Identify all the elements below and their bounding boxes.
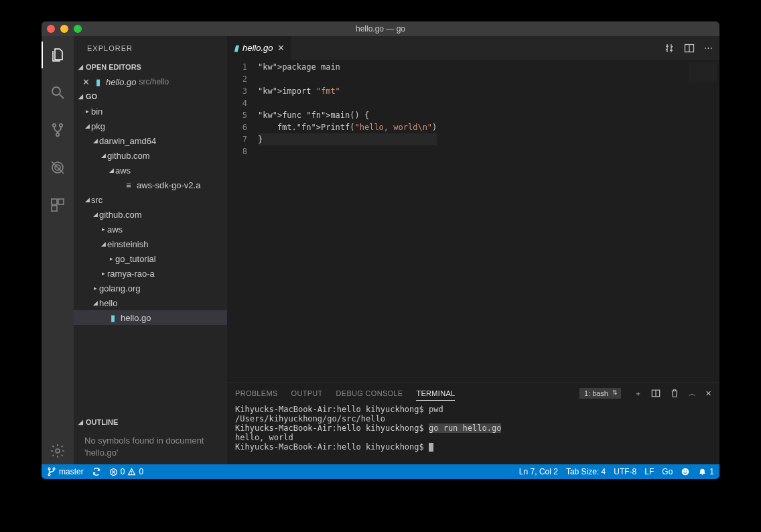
close-panel-icon[interactable]: ✕ xyxy=(705,389,711,398)
svg-point-16 xyxy=(48,468,50,470)
sync-icon xyxy=(92,467,101,476)
editor-actions: ⋯ xyxy=(657,36,719,60)
tree-folder[interactable]: ▸ramya-rao-a xyxy=(74,266,227,281)
bug-icon xyxy=(50,159,66,176)
text-editor[interactable]: 12345678 "kw">package main "kw">import "… xyxy=(227,60,719,383)
editor-tab[interactable]: ▮ hello.go ✕ xyxy=(227,36,292,60)
status-feedback[interactable] xyxy=(681,467,690,476)
gear-icon xyxy=(50,443,66,459)
section-workspace[interactable]: ◢ GO xyxy=(74,89,227,104)
terminal-actions: ＋ ︿ ✕ xyxy=(634,389,711,399)
section-label: GO xyxy=(86,92,97,101)
sidebar: EXPLORER ◢ OPEN EDITORS ✕ ▮ hello.go src… xyxy=(74,36,227,464)
go-file-icon: ▮ xyxy=(234,43,238,53)
panel-tab-problems[interactable]: PROBLEMS xyxy=(235,389,278,397)
status-sync[interactable] xyxy=(92,467,101,476)
svg-point-2 xyxy=(53,124,56,127)
close-icon[interactable]: ✕ xyxy=(80,77,91,87)
go-file-icon: ▮ xyxy=(92,77,103,87)
activity-settings[interactable] xyxy=(42,438,74,464)
minimap[interactable] xyxy=(689,62,717,82)
activity-source-control[interactable] xyxy=(42,117,74,143)
search-icon xyxy=(50,84,66,101)
tree-folder[interactable]: ◢aws xyxy=(74,163,227,178)
svg-point-24 xyxy=(682,468,689,476)
status-eol[interactable]: LF xyxy=(644,467,654,476)
vscode-window: hello.go — go EX xyxy=(42,21,719,479)
chevron-updown-icon: ⇅ xyxy=(612,389,618,396)
code-content[interactable]: "kw">package main "kw">import "fmt" "kw"… xyxy=(258,60,437,383)
tree-folder[interactable]: ◢einsteinish xyxy=(74,237,227,251)
tree-label: bin xyxy=(91,107,102,117)
git-branch-icon xyxy=(47,467,56,476)
tree-folder[interactable]: ◢github.com xyxy=(74,148,227,163)
svg-point-26 xyxy=(686,470,687,472)
status-branch[interactable]: master xyxy=(47,467,84,476)
tree-folder[interactable]: ◢src xyxy=(74,192,227,207)
trash-icon[interactable] xyxy=(670,389,679,398)
tree-label: github.com xyxy=(99,210,142,220)
svg-rect-9 xyxy=(58,199,64,204)
terminal-content[interactable]: Kihyucks-MacBook-Air:hello kihyuckhong$ … xyxy=(227,403,719,464)
tree-folder[interactable]: ◢github.com xyxy=(74,207,227,222)
tree-label: einsteinish xyxy=(107,239,148,249)
section-outline[interactable]: ◢ OUTLINE xyxy=(74,415,227,429)
tree-file[interactable]: ▮hello.go xyxy=(74,310,227,325)
tree-file[interactable]: ≡aws-sdk-go-v2.a xyxy=(74,178,227,192)
tabs-row: ▮ hello.go ✕ ⋯ xyxy=(227,36,719,60)
tree-folder[interactable]: ◢pkg xyxy=(74,119,227,133)
file-icon: ≡ xyxy=(123,180,134,190)
panel-tab-output[interactable]: OUTPUT xyxy=(291,389,323,397)
tree-folder[interactable]: ▸go_tutorial xyxy=(74,251,227,266)
close-icon[interactable]: ✕ xyxy=(277,43,285,53)
tree-folder[interactable]: ◢darwin_amd64 xyxy=(74,133,227,148)
activity-search[interactable] xyxy=(42,79,74,106)
split-editor-icon[interactable] xyxy=(684,43,695,54)
activity-extensions[interactable] xyxy=(42,192,74,218)
panel-tab-debug[interactable]: DEBUG CONSOLE xyxy=(336,389,403,397)
tree-folder[interactable]: ▸bin xyxy=(74,104,227,119)
terminal-selector-label: 1: bash xyxy=(584,389,608,397)
panel-tab-terminal[interactable]: TERMINAL xyxy=(416,389,455,401)
terminal-selector[interactable]: 1: bash ⇅ xyxy=(579,388,621,399)
status-notifications[interactable]: 1 xyxy=(698,467,714,476)
window-close-button[interactable] xyxy=(47,25,55,33)
open-editor-path: src/hello xyxy=(139,77,169,86)
tree-folder[interactable]: ▸aws xyxy=(74,222,227,237)
titlebar: hello.go — go xyxy=(42,21,719,36)
outline-empty-message: No symbols found in document 'hello.go' xyxy=(74,429,227,464)
chevron-right-icon: ▸ xyxy=(107,255,115,262)
chevron-up-icon[interactable]: ︿ xyxy=(689,389,696,399)
warning-icon xyxy=(127,468,136,476)
status-position[interactable]: Ln 7, Col 2 xyxy=(519,467,558,476)
line-number-gutter: 12345678 xyxy=(227,60,258,383)
status-encoding[interactable]: UTF-8 xyxy=(614,467,636,476)
tree-label: pkg xyxy=(91,121,105,131)
tab-label: hello.go xyxy=(243,43,273,53)
new-terminal-icon[interactable]: ＋ xyxy=(634,389,642,399)
open-editor-name: hello.go xyxy=(106,77,137,87)
chevron-down-icon: ◢ xyxy=(76,93,84,100)
status-language[interactable]: Go xyxy=(662,467,673,476)
split-terminal-icon[interactable] xyxy=(651,389,661,398)
open-editor-item[interactable]: ✕ ▮ hello.go src/hello xyxy=(74,74,227,89)
status-problems[interactable]: 0 0 xyxy=(109,467,143,476)
smiley-icon xyxy=(681,467,690,476)
more-icon[interactable]: ⋯ xyxy=(704,43,713,53)
window-minimize-button[interactable] xyxy=(60,25,68,33)
traffic-lights xyxy=(47,25,82,33)
chevron-right-icon: ▸ xyxy=(99,226,107,232)
tree-label: aws-sdk-go-v2.a xyxy=(137,180,200,190)
window-maximize-button[interactable] xyxy=(74,25,82,33)
status-tabsize[interactable]: Tab Size: 4 xyxy=(566,467,606,476)
svg-line-7 xyxy=(52,161,64,174)
section-open-editors[interactable]: ◢ OPEN EDITORS xyxy=(74,60,227,74)
activity-explorer[interactable] xyxy=(42,42,74,68)
tree-folder[interactable]: ▸golang.org xyxy=(74,281,227,295)
editor-group: ▮ hello.go ✕ ⋯ 12345678 "kw">package mai… xyxy=(227,36,719,464)
tree-folder[interactable]: ◢hello xyxy=(74,295,227,310)
bell-icon xyxy=(698,468,707,476)
activity-debug[interactable] xyxy=(42,154,74,181)
chevron-right-icon: ▸ xyxy=(91,285,99,291)
compare-icon[interactable] xyxy=(664,43,675,54)
